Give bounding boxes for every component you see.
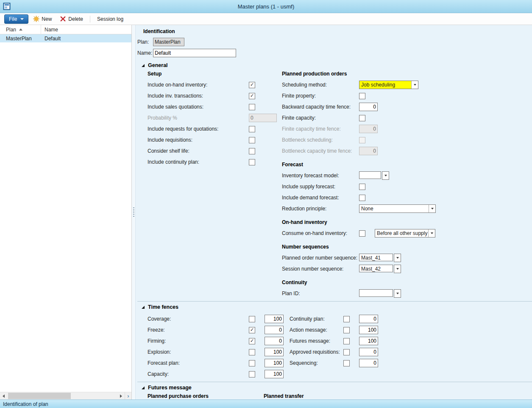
group-time-fences: Time fences Coverage:Freeze:✓Firming:✓Ex… (137, 301, 532, 380)
scroll-right-button[interactable] (117, 392, 125, 400)
field-label-bottleneck-scheduling: Bottleneck scheduling: (282, 137, 359, 143)
checkbox-consider-shelf-life[interactable] (249, 148, 255, 154)
delete-button[interactable]: Delete (56, 14, 86, 24)
combo-consume-on-hand-inventory[interactable]: Before all other supply (375, 229, 435, 238)
checkbox-freeze[interactable]: ✓ (249, 327, 255, 333)
input-action-message[interactable] (359, 326, 378, 334)
pane-expand-button[interactable]: › (125, 392, 131, 400)
input-probability (249, 114, 277, 122)
checkbox-approved-requisitions[interactable] (343, 349, 350, 355)
window-title: Master plans (1 - usmf) (0, 3, 532, 10)
checkbox-forecast-plan[interactable] (249, 360, 255, 366)
field-row-inventory-forecast-model: Inventory forecast model: (282, 170, 532, 181)
field-row-include-requests-for-quotations: Include requests for quotations: (148, 123, 282, 134)
field-row-firming: Firming:✓ (148, 335, 290, 347)
checkbox-finite-capacity[interactable] (359, 115, 365, 121)
checkbox-include-inv-transactions[interactable]: ✓ (249, 93, 255, 99)
group-futures-message-header[interactable]: Futures message (142, 383, 532, 392)
checkbox-include-requisitions[interactable] (249, 137, 255, 143)
field-label-explosion: Explosion: (148, 349, 249, 355)
input-sequencing[interactable] (359, 359, 378, 367)
master-plans-window: Master plans (1 - usmf) File New Delete … (0, 0, 532, 408)
checkbox-capacity[interactable] (249, 371, 255, 377)
collapse-triangle-icon (142, 306, 145, 309)
checkbox-continuity-plan[interactable] (343, 316, 350, 322)
file-menu-button[interactable]: File (4, 14, 28, 24)
checkbox-consume-on-hand-inventory[interactable] (359, 230, 365, 237)
field-row-bottleneck-scheduling: Bottleneck scheduling: (282, 134, 532, 145)
planned-purchase-orders-header: Planned purchase orders (148, 393, 264, 399)
combo-planned-order-number-sequence[interactable]: Mast_41 (359, 254, 401, 262)
checkbox-futures-message[interactable] (343, 338, 350, 344)
field-row-session-number-sequence: Session number sequence:Mast_42 (282, 263, 532, 274)
field-label-action-message: Action message: (290, 327, 343, 333)
input-forecast-plan[interactable] (265, 359, 284, 367)
checkbox-coverage[interactable] (249, 316, 255, 322)
scrollbar-thumb[interactable] (8, 393, 71, 399)
checkbox-action-message[interactable] (343, 327, 350, 333)
checkbox-explosion[interactable] (249, 349, 255, 355)
checkbox-include-continuity-plan[interactable] (249, 159, 255, 165)
new-button[interactable]: New (30, 14, 55, 24)
input-futures-message[interactable] (359, 337, 378, 345)
column-header-plan[interactable]: Plan (0, 25, 41, 34)
column-header-plan-label: Plan (6, 27, 16, 33)
checkbox-include-demand-forecast[interactable] (359, 195, 365, 201)
scroll-left-button[interactable] (0, 392, 7, 400)
field-label-backward-capacity-time-fence: Backward capacity time fence: (282, 104, 359, 110)
plan-field[interactable]: MasterPlan (153, 38, 184, 46)
dropdown-arrow-icon (428, 229, 435, 237)
field-label-freeze: Freeze: (148, 327, 249, 333)
combo-reduction-principle[interactable]: None (359, 204, 436, 213)
input-explosion[interactable] (265, 348, 284, 356)
continuity-header: Continuity (282, 279, 532, 285)
scrollbar-track[interactable] (7, 392, 117, 400)
field-label-coverage: Coverage: (148, 316, 249, 322)
cell-name: Default (41, 36, 131, 42)
group-general: General Setup Include on-hand inventory:… (137, 61, 532, 299)
field-label-probability: Probability % (148, 115, 249, 121)
identification-header: Identification (143, 28, 532, 34)
checkbox-include-requests-for-quotations[interactable] (249, 126, 255, 132)
input-capacity[interactable] (265, 370, 284, 378)
checkbox-firming[interactable]: ✓ (249, 338, 255, 344)
checkbox-finite-property[interactable] (359, 93, 365, 99)
name-label: Name: (137, 50, 153, 56)
combo-inventory-forecast-model[interactable] (359, 171, 389, 180)
grid-rows: MasterPlanDefault (0, 34, 131, 392)
field-label-futures-message: Futures message: (290, 338, 343, 344)
new-label: New (42, 16, 52, 22)
field-row-plan-id: Plan ID: (282, 288, 532, 299)
checkbox-include-sales-quotations[interactable] (249, 104, 255, 110)
planned-transfer-header: Planned transfer (264, 393, 532, 399)
on-hand-inventory-header: On-hand inventory (282, 219, 532, 225)
splitter-grip-icon (133, 207, 134, 218)
input-approved-requisitions[interactable] (359, 348, 378, 356)
input-backward-capacity-time-fence[interactable] (359, 103, 378, 111)
input-continuity-plan[interactable] (359, 315, 378, 323)
input-coverage[interactable] (265, 315, 284, 323)
grid-horizontal-scrollbar[interactable]: › (0, 392, 131, 400)
column-header-name[interactable]: Name (41, 25, 131, 34)
name-field[interactable] (153, 49, 236, 57)
group-futures-message: Futures message Planned purchase orders … (137, 382, 532, 400)
pane-splitter[interactable] (132, 25, 136, 400)
checkbox-include-on-hand-inventory[interactable]: ✓ (249, 82, 255, 88)
input-freeze[interactable] (265, 326, 284, 334)
field-label-include-sales-quotations: Include sales quotations: (148, 104, 249, 110)
input-firming[interactable] (265, 337, 284, 345)
checkbox-include-supply-forecast[interactable] (359, 184, 365, 190)
combo-plan-id[interactable] (359, 289, 401, 298)
field-row-scheduling-method: Scheduling method:Job scheduling (282, 79, 532, 90)
field-label-include-supply-forecast: Include supply forecast: (282, 184, 359, 190)
group-time-fences-header[interactable]: Time fences (142, 302, 532, 312)
group-general-header[interactable]: General (142, 61, 532, 70)
combo-session-number-sequence[interactable]: Mast_42 (359, 265, 401, 273)
field-row-reduction-principle: Reduction principle:None (282, 203, 532, 214)
checkbox-sequencing[interactable] (343, 360, 350, 366)
file-menu-label: File (9, 16, 17, 22)
field-label-capacity: Capacity: (148, 371, 249, 377)
combo-scheduling-method[interactable]: Job scheduling (359, 81, 418, 89)
grid-row-masterplan[interactable]: MasterPlanDefault (0, 34, 131, 42)
session-log-button[interactable]: Session log (94, 14, 127, 24)
